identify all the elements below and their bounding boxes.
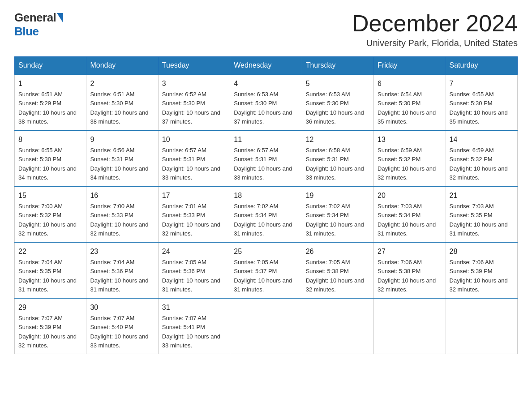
calendar-cell: 24Sunrise: 7:05 AMSunset: 5:36 PMDayligh… bbox=[158, 242, 230, 298]
day-info: Sunrise: 6:57 AMSunset: 5:31 PMDaylight:… bbox=[162, 147, 220, 181]
day-info: Sunrise: 7:06 AMSunset: 5:39 PMDaylight:… bbox=[450, 259, 508, 293]
calendar-cell: 6Sunrise: 6:54 AMSunset: 5:30 PMDaylight… bbox=[374, 74, 446, 130]
calendar-header: SundayMondayTuesdayWednesdayThursdayFrid… bbox=[15, 57, 518, 75]
day-info: Sunrise: 6:58 AMSunset: 5:31 PMDaylight:… bbox=[306, 147, 364, 181]
calendar-cell: 5Sunrise: 6:53 AMSunset: 5:30 PMDaylight… bbox=[302, 74, 373, 130]
calendar-cell: 2Sunrise: 6:51 AMSunset: 5:30 PMDaylight… bbox=[86, 74, 158, 130]
calendar-cell: 31Sunrise: 7:07 AMSunset: 5:41 PMDayligh… bbox=[158, 298, 230, 354]
day-info: Sunrise: 6:53 AMSunset: 5:30 PMDaylight:… bbox=[306, 91, 364, 125]
day-number: 9 bbox=[90, 134, 154, 145]
day-number: 22 bbox=[18, 246, 82, 257]
day-info: Sunrise: 6:59 AMSunset: 5:32 PMDaylight:… bbox=[378, 147, 436, 181]
calendar-body: 1Sunrise: 6:51 AMSunset: 5:29 PMDaylight… bbox=[15, 74, 518, 354]
location: University Park, Florida, United States bbox=[352, 38, 518, 48]
day-number: 12 bbox=[306, 134, 370, 145]
day-info: Sunrise: 6:52 AMSunset: 5:30 PMDaylight:… bbox=[162, 91, 220, 125]
title-section: December 2024 University Park, Florida, … bbox=[352, 11, 518, 48]
logo-blue-text: Blue bbox=[14, 25, 39, 39]
day-number: 13 bbox=[378, 134, 442, 145]
day-info: Sunrise: 7:02 AMSunset: 5:34 PMDaylight:… bbox=[234, 203, 292, 237]
calendar-cell: 10Sunrise: 6:57 AMSunset: 5:31 PMDayligh… bbox=[158, 130, 230, 186]
days-of-week-row: SundayMondayTuesdayWednesdayThursdayFrid… bbox=[15, 57, 518, 75]
day-number: 1 bbox=[18, 78, 82, 89]
day-number: 30 bbox=[90, 302, 154, 313]
day-number: 5 bbox=[306, 78, 370, 89]
week-row: 22Sunrise: 7:04 AMSunset: 5:35 PMDayligh… bbox=[15, 242, 518, 298]
day-number: 4 bbox=[234, 78, 298, 89]
day-number: 20 bbox=[378, 190, 442, 201]
day-number: 25 bbox=[234, 246, 298, 257]
day-info: Sunrise: 6:54 AMSunset: 5:30 PMDaylight:… bbox=[378, 91, 436, 125]
day-info: Sunrise: 7:00 AMSunset: 5:33 PMDaylight:… bbox=[90, 203, 148, 237]
calendar-cell: 18Sunrise: 7:02 AMSunset: 5:34 PMDayligh… bbox=[230, 186, 302, 242]
calendar-cell: 19Sunrise: 7:02 AMSunset: 5:34 PMDayligh… bbox=[302, 186, 373, 242]
day-number: 2 bbox=[90, 78, 154, 89]
calendar-cell: 11Sunrise: 6:57 AMSunset: 5:31 PMDayligh… bbox=[230, 130, 302, 186]
calendar-cell: 8Sunrise: 6:55 AMSunset: 5:30 PMDaylight… bbox=[15, 130, 86, 186]
calendar-cell: 3Sunrise: 6:52 AMSunset: 5:30 PMDaylight… bbox=[158, 74, 230, 130]
calendar-cell: 13Sunrise: 6:59 AMSunset: 5:32 PMDayligh… bbox=[374, 130, 446, 186]
day-number: 14 bbox=[450, 134, 514, 145]
day-number: 27 bbox=[378, 246, 442, 257]
calendar-cell: 27Sunrise: 7:06 AMSunset: 5:38 PMDayligh… bbox=[374, 242, 446, 298]
calendar-cell: 17Sunrise: 7:01 AMSunset: 5:33 PMDayligh… bbox=[158, 186, 230, 242]
calendar-cell: 12Sunrise: 6:58 AMSunset: 5:31 PMDayligh… bbox=[302, 130, 373, 186]
week-row: 1Sunrise: 6:51 AMSunset: 5:29 PMDaylight… bbox=[15, 74, 518, 130]
day-info: Sunrise: 7:04 AMSunset: 5:35 PMDaylight:… bbox=[18, 259, 77, 293]
day-number: 11 bbox=[234, 134, 298, 145]
logo: General Blue bbox=[14, 11, 63, 39]
calendar-cell bbox=[230, 298, 302, 354]
day-number: 19 bbox=[306, 190, 370, 201]
calendar-cell: 16Sunrise: 7:00 AMSunset: 5:33 PMDayligh… bbox=[86, 186, 158, 242]
day-of-week-header: Tuesday bbox=[158, 57, 230, 75]
day-number: 3 bbox=[162, 78, 226, 89]
calendar-cell: 7Sunrise: 6:55 AMSunset: 5:30 PMDaylight… bbox=[446, 74, 517, 130]
week-row: 8Sunrise: 6:55 AMSunset: 5:30 PMDaylight… bbox=[15, 130, 518, 186]
day-info: Sunrise: 6:55 AMSunset: 5:30 PMDaylight:… bbox=[450, 91, 508, 125]
day-info: Sunrise: 7:05 AMSunset: 5:36 PMDaylight:… bbox=[162, 259, 220, 293]
calendar-cell bbox=[446, 298, 517, 354]
day-info: Sunrise: 7:02 AMSunset: 5:34 PMDaylight:… bbox=[306, 203, 364, 237]
calendar-cell: 9Sunrise: 6:56 AMSunset: 5:31 PMDaylight… bbox=[86, 130, 158, 186]
calendar-cell: 1Sunrise: 6:51 AMSunset: 5:29 PMDaylight… bbox=[15, 74, 86, 130]
calendar-cell: 28Sunrise: 7:06 AMSunset: 5:39 PMDayligh… bbox=[446, 242, 517, 298]
day-info: Sunrise: 7:06 AMSunset: 5:38 PMDaylight:… bbox=[378, 259, 436, 293]
day-info: Sunrise: 6:55 AMSunset: 5:30 PMDaylight:… bbox=[18, 147, 77, 181]
day-number: 16 bbox=[90, 190, 154, 201]
calendar-cell: 26Sunrise: 7:05 AMSunset: 5:38 PMDayligh… bbox=[302, 242, 373, 298]
calendar-cell: 15Sunrise: 7:00 AMSunset: 5:32 PMDayligh… bbox=[15, 186, 86, 242]
logo-triangle-icon bbox=[57, 13, 63, 23]
logo-general-text: General bbox=[14, 11, 56, 25]
day-number: 29 bbox=[18, 302, 82, 313]
page-header: General Blue December 2024 University Pa… bbox=[14, 11, 518, 48]
day-info: Sunrise: 6:56 AMSunset: 5:31 PMDaylight:… bbox=[90, 147, 148, 181]
day-info: Sunrise: 7:07 AMSunset: 5:41 PMDaylight:… bbox=[162, 315, 220, 349]
day-info: Sunrise: 7:07 AMSunset: 5:39 PMDaylight:… bbox=[18, 315, 77, 349]
day-of-week-header: Wednesday bbox=[230, 57, 302, 75]
day-info: Sunrise: 7:05 AMSunset: 5:38 PMDaylight:… bbox=[306, 259, 364, 293]
calendar-cell: 29Sunrise: 7:07 AMSunset: 5:39 PMDayligh… bbox=[15, 298, 86, 354]
calendar-cell: 22Sunrise: 7:04 AMSunset: 5:35 PMDayligh… bbox=[15, 242, 86, 298]
calendar-cell: 30Sunrise: 7:07 AMSunset: 5:40 PMDayligh… bbox=[86, 298, 158, 354]
day-of-week-header: Sunday bbox=[15, 57, 86, 75]
day-info: Sunrise: 7:07 AMSunset: 5:40 PMDaylight:… bbox=[90, 315, 148, 349]
day-of-week-header: Thursday bbox=[302, 57, 373, 75]
day-number: 17 bbox=[162, 190, 226, 201]
day-info: Sunrise: 7:03 AMSunset: 5:34 PMDaylight:… bbox=[378, 203, 436, 237]
day-number: 21 bbox=[450, 190, 514, 201]
day-info: Sunrise: 6:51 AMSunset: 5:29 PMDaylight:… bbox=[18, 91, 77, 125]
day-info: Sunrise: 7:05 AMSunset: 5:37 PMDaylight:… bbox=[234, 259, 292, 293]
calendar-cell bbox=[374, 298, 446, 354]
day-info: Sunrise: 7:04 AMSunset: 5:36 PMDaylight:… bbox=[90, 259, 148, 293]
calendar-cell: 14Sunrise: 6:59 AMSunset: 5:32 PMDayligh… bbox=[446, 130, 517, 186]
day-info: Sunrise: 7:00 AMSunset: 5:32 PMDaylight:… bbox=[18, 203, 77, 237]
day-number: 24 bbox=[162, 246, 226, 257]
day-number: 18 bbox=[234, 190, 298, 201]
day-number: 10 bbox=[162, 134, 226, 145]
calendar-table: SundayMondayTuesdayWednesdayThursdayFrid… bbox=[14, 56, 518, 354]
day-info: Sunrise: 6:53 AMSunset: 5:30 PMDaylight:… bbox=[234, 91, 292, 125]
calendar-cell: 20Sunrise: 7:03 AMSunset: 5:34 PMDayligh… bbox=[374, 186, 446, 242]
day-info: Sunrise: 7:01 AMSunset: 5:33 PMDaylight:… bbox=[162, 203, 220, 237]
day-info: Sunrise: 6:59 AMSunset: 5:32 PMDaylight:… bbox=[450, 147, 508, 181]
day-of-week-header: Saturday bbox=[446, 57, 517, 75]
